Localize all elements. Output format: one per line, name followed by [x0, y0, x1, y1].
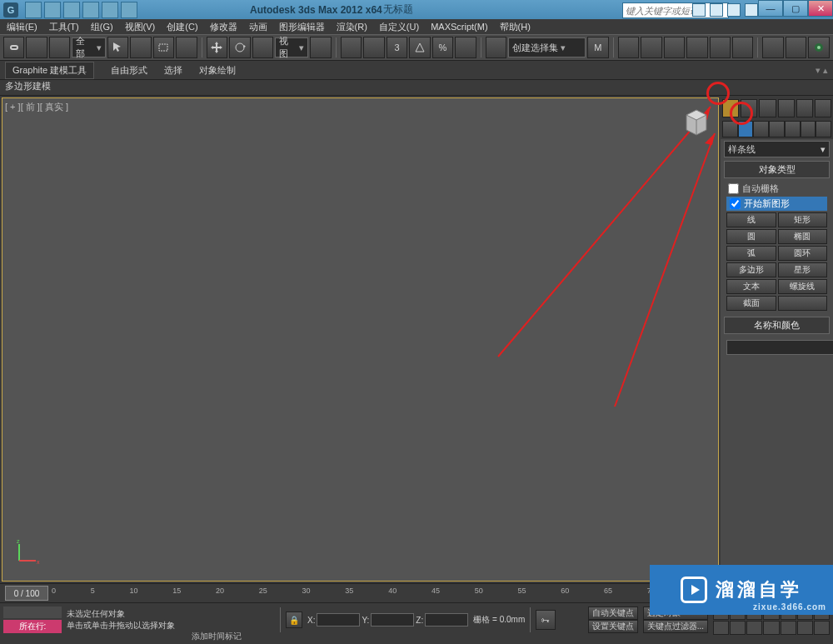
selection-set-dropdown[interactable]: 创建选择集 [508, 37, 586, 57]
setkey-button[interactable]: 设置关键点 [588, 620, 638, 633]
selection-filter-dropdown[interactable]: 全部 [72, 37, 105, 57]
ribbon-tab-selection[interactable]: 选择 [164, 64, 182, 77]
name-color-header[interactable]: 名称和颜色 [724, 317, 830, 334]
zoom-extents-icon[interactable] [781, 621, 796, 636]
angle-snap-icon[interactable] [409, 37, 430, 58]
start-new-shape-checkbox[interactable]: 开始新图形 [726, 197, 827, 211]
window-close-button[interactable]: ✕ [808, 0, 833, 17]
object-type-header[interactable]: 对象类型 [724, 161, 830, 178]
app-logo-icon[interactable]: G [3, 2, 18, 17]
keyboard-shortcut-icon[interactable] [363, 37, 384, 58]
spacewarps-category-icon[interactable] [801, 121, 816, 137]
menu-customize[interactable]: 自定义(U) [379, 21, 419, 33]
mirror-icon[interactable]: M [587, 37, 608, 58]
viewport-label[interactable]: [ + ][ 前 ][ 真实 ] [5, 101, 68, 113]
qat-open-icon[interactable] [44, 2, 61, 18]
create-star-button[interactable]: 星形 [778, 262, 828, 277]
rectangular-region-icon[interactable] [153, 37, 174, 58]
orbit-icon[interactable] [797, 621, 813, 636]
ribbon-tab-freeform[interactable]: 自由形式 [111, 64, 147, 77]
autokey-button[interactable]: 自动关键点 [588, 607, 638, 620]
menu-render[interactable]: 渲染(R) [337, 21, 367, 33]
object-name-input[interactable] [726, 340, 833, 355]
window-crossing-icon[interactable] [176, 37, 197, 58]
menu-tools[interactable]: 工具(T) [49, 21, 79, 33]
zoom-icon[interactable] [730, 621, 746, 636]
curve-editor-icon[interactable] [686, 37, 707, 58]
time-slider-handle[interactable]: 0 / 100 [5, 586, 48, 601]
window-maximize-button[interactable]: ▢ [783, 0, 808, 17]
bind-icon[interactable] [49, 37, 70, 58]
select-move-icon[interactable] [207, 37, 227, 58]
select-object-icon[interactable] [107, 37, 128, 58]
add-time-tag-label[interactable]: 添加时间标记 [192, 631, 242, 642]
named-selection-sets-icon[interactable] [486, 37, 506, 58]
lights-category-icon[interactable] [753, 121, 769, 137]
create-section-button[interactable]: 截面 [726, 296, 776, 311]
viewcube-icon[interactable] [680, 103, 713, 141]
hierarchy-tab-icon[interactable] [759, 99, 776, 117]
key-mode-icon[interactable]: 🗝 [536, 610, 556, 630]
pan-view-icon[interactable] [713, 621, 729, 636]
graphite-toggle-icon[interactable] [664, 37, 685, 58]
render-production-icon[interactable] [808, 37, 829, 58]
coord-y-input[interactable] [371, 613, 414, 627]
rendered-frame-icon[interactable] [786, 37, 806, 58]
percent-snap-icon[interactable]: % [432, 37, 453, 58]
maxscript-mini-listener[interactable] [3, 607, 62, 618]
systems-category-icon[interactable] [816, 121, 831, 137]
create-ngon-button[interactable]: 多边形 [726, 262, 776, 277]
max-toggle-icon[interactable] [814, 621, 830, 636]
utilities-tab-icon[interactable] [815, 99, 831, 117]
ribbon-tab-objectpaint[interactable]: 对象绘制 [199, 64, 236, 77]
zoom-all-icon[interactable] [746, 621, 762, 636]
material-editor-icon[interactable] [732, 37, 753, 58]
cameras-category-icon[interactable] [769, 121, 785, 137]
create-subcategory-dropdown[interactable]: 样条线▾ [724, 141, 830, 157]
create-circle-button[interactable]: 圆 [726, 229, 776, 244]
link-icon[interactable] [3, 37, 24, 58]
active-viewport[interactable]: [ + ][ 前 ][ 真实 ] zx [2, 97, 719, 582]
align-icon[interactable] [618, 37, 639, 58]
create-line-button[interactable]: 线 [726, 212, 776, 227]
layer-manager-icon[interactable] [641, 37, 661, 58]
key-filters-button[interactable]: 关键点过滤器... [643, 620, 708, 633]
coord-z-input[interactable] [425, 613, 468, 627]
create-tab-icon[interactable] [722, 99, 739, 117]
select-by-name-icon[interactable] [130, 37, 151, 58]
create-helix-button[interactable]: 螺旋线 [778, 279, 828, 294]
menu-create[interactable]: 创建(C) [167, 21, 197, 33]
qat-new-icon[interactable] [25, 2, 42, 18]
field-of-view-icon[interactable] [763, 621, 779, 636]
create-ellipse-button[interactable]: 椭圆 [778, 229, 828, 244]
render-setup-icon[interactable] [762, 37, 783, 58]
geometry-category-icon[interactable] [722, 121, 738, 137]
select-scale-icon[interactable] [252, 37, 273, 58]
create-donut-button[interactable]: 圆环 [778, 246, 828, 261]
menu-animation[interactable]: 动画 [249, 21, 267, 33]
spinner-snap-icon[interactable] [455, 37, 476, 58]
menu-help[interactable]: 帮助(H) [500, 21, 531, 33]
create-rectangle-button[interactable]: 矩形 [778, 212, 828, 227]
create-arc-button[interactable]: 弧 [726, 246, 776, 261]
display-tab-icon[interactable] [796, 99, 813, 117]
qat-link-icon[interactable] [121, 2, 137, 18]
help-icon[interactable] [745, 3, 758, 17]
menu-grapheditors[interactable]: 图形编辑器 [279, 21, 325, 33]
ribbon-tab-graphite[interactable]: Graphite 建模工具 [5, 62, 94, 79]
menu-maxscript[interactable]: MAXScript(M) [431, 22, 487, 32]
qat-save-icon[interactable] [63, 2, 80, 18]
select-manipulate-icon[interactable] [341, 37, 362, 58]
motion-tab-icon[interactable] [778, 99, 795, 117]
menu-group[interactable]: 组(G) [91, 21, 113, 33]
window-minimize-button[interactable]: — [758, 0, 783, 17]
autogrid-checkbox[interactable]: 自动栅格 [726, 182, 827, 195]
coord-x-input[interactable] [317, 613, 360, 627]
favorites-icon[interactable] [727, 3, 741, 17]
snap-toggle-icon[interactable]: 3 [387, 37, 407, 58]
unlink-icon[interactable] [26, 37, 47, 58]
ribbon-panel-polymodel[interactable]: 多边形建模 [5, 81, 51, 91]
helpers-category-icon[interactable] [785, 121, 801, 137]
menu-view[interactable]: 视图(V) [125, 21, 156, 33]
menu-modifiers[interactable]: 修改器 [210, 21, 237, 33]
